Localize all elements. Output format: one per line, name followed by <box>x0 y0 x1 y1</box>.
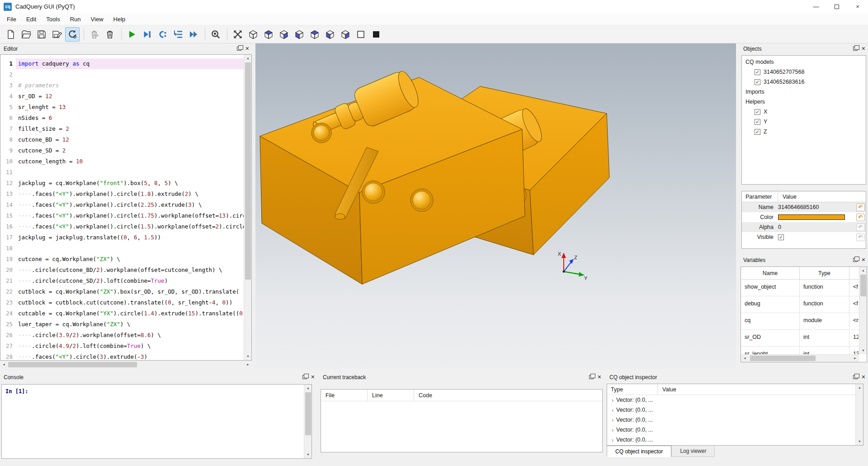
code-line[interactable]: 28····.faces("<Y").circle(3).extrude(-3) <box>0 352 244 361</box>
variables-vertical-scrollbar[interactable]: ▲ ▼ <box>859 267 867 354</box>
code-line[interactable]: 26····.circle(3.9/2).workplane(offset=8.… <box>0 330 244 341</box>
code-line[interactable]: 15····.faces("<Y").workplane().circle(1.… <box>0 210 244 221</box>
scroll-right-icon[interactable]: ► <box>244 361 252 368</box>
close-button[interactable]: × <box>847 0 868 14</box>
scroll-down-icon[interactable]: ▼ <box>856 438 863 445</box>
parameter-row[interactable]: Name3140646685160↶ <box>742 202 866 212</box>
code-line[interactable]: 19cutcone = cq.Workplane("ZX") \ <box>0 254 244 265</box>
editor-vertical-scrollbar[interactable]: ▲ ▼ <box>244 55 251 360</box>
code-line[interactable]: 17jackplug = jackplug.translate((0, 6, 1… <box>0 232 244 243</box>
ortho-view-button[interactable] <box>354 27 368 42</box>
inspector-row[interactable]: ›Vector: (0.0, ... <box>607 425 863 435</box>
menu-view[interactable]: View <box>86 14 108 25</box>
traceback-float-icon[interactable] <box>589 375 594 379</box>
console-float-icon[interactable] <box>302 375 307 379</box>
code-line[interactable]: 11 <box>0 167 244 178</box>
undo-button[interactable]: ↶ <box>856 204 865 211</box>
inspector-vertical-scrollbar[interactable]: ▲ ▼ <box>855 384 863 445</box>
scroll-left-icon[interactable]: ◄ <box>0 361 8 368</box>
editor-hscroll-thumb[interactable] <box>8 362 137 367</box>
tree-item[interactable]: ✓Y <box>742 117 866 127</box>
scroll-up-icon[interactable]: ▲ <box>244 55 252 62</box>
checkbox[interactable]: ✓ <box>755 129 760 135</box>
variables-close-icon[interactable]: × <box>862 257 865 263</box>
menu-tools[interactable]: Tools <box>41 14 65 25</box>
checkbox[interactable]: ✓ <box>755 69 760 75</box>
variables-horizontal-scrollbar[interactable]: ◄ ► <box>741 354 859 362</box>
code-line[interactable]: 1import cadquery as cq <box>0 58 244 69</box>
variable-row[interactable]: show_objectfunction<f <box>741 280 867 296</box>
variables-float-icon[interactable] <box>853 258 858 262</box>
debug-button[interactable] <box>140 27 155 42</box>
variable-row[interactable]: debugfunction<f <box>741 296 867 313</box>
editor-vscroll-thumb[interactable] <box>245 62 251 280</box>
undo-button[interactable]: ↶ <box>856 214 865 221</box>
top-view-button[interactable] <box>261 27 276 42</box>
code-line[interactable]: 7fillet_size = 2 <box>0 124 244 134</box>
left-view-button[interactable] <box>323 27 337 42</box>
maximize-button[interactable] <box>826 0 847 14</box>
code-line[interactable]: 21····.circle(cutcone_SD/2).loft(combine… <box>0 276 244 286</box>
console-input-area[interactable]: In [1]: ▲ ▼ <box>1 384 312 459</box>
inspector-row[interactable]: ›Vector: (0.0, ... <box>607 435 863 445</box>
code-line[interactable]: 23cutblock = cutblock.cut(cutcone).trans… <box>0 297 244 308</box>
scroll-up-icon[interactable]: ▲ <box>859 267 867 274</box>
scroll-down-icon[interactable]: ▼ <box>859 347 867 354</box>
open-script-button[interactable] <box>19 27 33 42</box>
code-line[interactable]: 14····.faces("<Y").workplane().circle(2.… <box>0 200 244 210</box>
checkbox[interactable]: ✓ <box>755 109 760 115</box>
continue-button[interactable] <box>186 27 201 42</box>
parameter-row[interactable]: Alpha0↶ <box>742 222 866 232</box>
code-line[interactable]: 22cutblock = cq.Workplane("ZX").box(sr_O… <box>0 286 244 297</box>
inspector-close-icon[interactable]: × <box>862 374 865 380</box>
console-vscroll-thumb[interactable] <box>305 392 311 435</box>
inspector-row[interactable]: ›Vector: (0.0, ... <box>607 405 863 415</box>
code-line[interactable]: 10cutcone_length = 10 <box>0 156 244 167</box>
parameter-row[interactable]: Visible✓↶ <box>742 232 866 242</box>
editor-float-icon[interactable] <box>237 47 241 51</box>
objects-float-icon[interactable] <box>853 47 858 51</box>
scroll-down-icon[interactable]: ▼ <box>244 353 252 360</box>
inspector-row[interactable]: ›Vector: (0.0, ... <box>607 395 863 405</box>
editor-close-icon[interactable]: × <box>245 46 249 52</box>
console-close-icon[interactable]: × <box>311 374 315 380</box>
code-line[interactable]: 6nSides = 6 <box>0 113 244 124</box>
menu-edit[interactable]: Edit <box>21 14 41 25</box>
code-line[interactable]: 24cutcable = cq.Workplane("YX").circle(1… <box>0 308 244 319</box>
code-line[interactable]: 5sr_lenght = 13 <box>0 102 244 113</box>
delete-object-button[interactable] <box>103 27 117 42</box>
iso-view-button[interactable] <box>246 27 260 42</box>
scroll-up-icon[interactable]: ▲ <box>856 384 863 391</box>
variable-row[interactable]: cqmodule<m <box>741 313 867 330</box>
fit-view-button[interactable] <box>231 27 245 42</box>
save-script-as-button[interactable] <box>50 27 64 42</box>
tree-group-label[interactable]: Helpers <box>742 97 866 107</box>
color-swatch[interactable] <box>778 214 845 220</box>
tab-cq-object-inspector[interactable]: CQ object inspector <box>607 446 671 457</box>
black-view-button[interactable] <box>369 27 383 42</box>
variables-vscroll-thumb[interactable] <box>860 275 866 296</box>
tab-log-viewer[interactable]: Log viewer <box>671 446 715 457</box>
menu-run[interactable]: Run <box>65 14 86 25</box>
code-line[interactable]: 2 <box>0 69 244 80</box>
front-view-button[interactable] <box>277 27 291 42</box>
code-line[interactable]: 9cutcone_SD = 2 <box>0 145 244 156</box>
3d-scene[interactable]: X Z Y <box>255 43 736 369</box>
console-vertical-scrollbar[interactable]: ▲ ▼ <box>304 385 311 458</box>
code-editor[interactable]: 1import cadquery as cq23# parameters4sr_… <box>0 54 252 361</box>
scroll-right-icon[interactable]: ► <box>851 355 859 362</box>
scroll-up-icon[interactable]: ▲ <box>304 385 312 392</box>
tree-item[interactable]: ✓X <box>742 107 866 117</box>
code-line[interactable]: 3# parameters <box>0 80 244 91</box>
inspector-float-icon[interactable] <box>853 375 858 379</box>
new-script-button[interactable] <box>4 27 18 42</box>
step-in-button[interactable] <box>171 27 185 42</box>
step-button[interactable] <box>156 27 170 42</box>
render-button[interactable] <box>125 27 139 42</box>
code-line[interactable]: 13····.faces("<Y").workplane().circle(1.… <box>0 189 244 200</box>
variables-hscroll-thumb[interactable] <box>750 356 816 361</box>
code-line[interactable]: 12jackplug = cq.Workplane("front").box(5… <box>0 178 244 189</box>
checkbox[interactable]: ✓ <box>755 119 760 125</box>
tree-item[interactable]: ✓3140652683616 <box>742 77 866 87</box>
visible-checkbox[interactable]: ✓ <box>778 234 784 240</box>
